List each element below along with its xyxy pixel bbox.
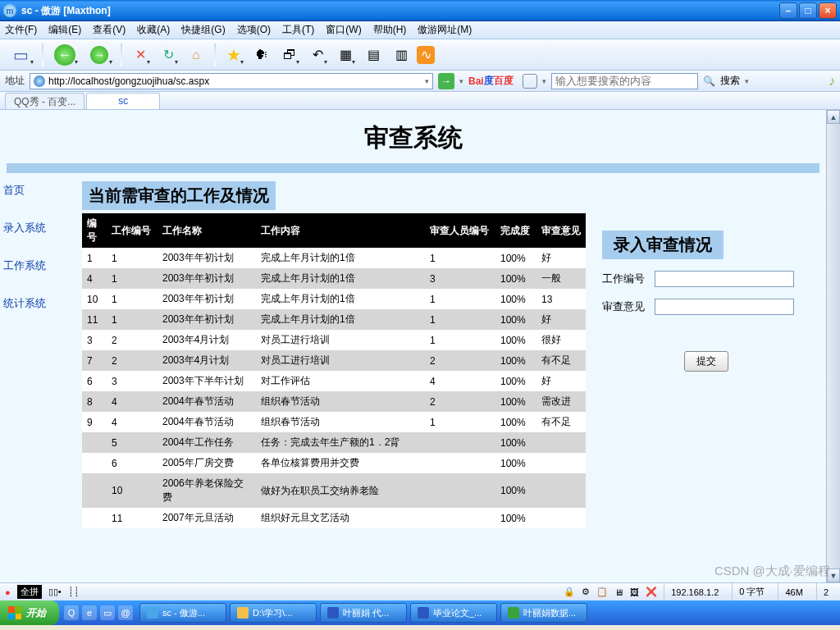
table-cell: 100% [495, 391, 536, 412]
scroll-up-icon[interactable]: ▲ [827, 110, 840, 124]
menu-window[interactable]: 窗口(W) [326, 23, 361, 37]
table-cell: 100% [495, 453, 536, 473]
status-icon[interactable]: 🖥 [614, 587, 623, 597]
menu-quickgroup[interactable]: 快捷组(G) [181, 23, 225, 37]
ime-indicator[interactable]: 全拼 [17, 585, 42, 599]
search-input[interactable] [551, 73, 698, 89]
go-dropdown[interactable]: ▾ [459, 77, 463, 85]
status-icon[interactable]: ⚙ [582, 587, 590, 597]
grid-button[interactable]: ▥ [389, 43, 413, 67]
scroll-down-icon[interactable]: ▼ [827, 568, 840, 582]
ql-mail-icon[interactable]: @ [118, 605, 133, 620]
table-cell [425, 508, 495, 528]
work-id-label: 工作编号 [602, 272, 655, 286]
home-button[interactable]: ⌂ [184, 43, 208, 67]
menu-tools[interactable]: 工具(T) [282, 23, 314, 37]
nav-entry[interactable]: 录入系统 [3, 221, 82, 235]
minimize-button[interactable]: － [779, 2, 797, 19]
table-cell: 2 [425, 391, 495, 412]
rss-button[interactable]: ∿ [417, 46, 435, 64]
table-cell [82, 432, 107, 453]
translate-button[interactable]: 🗣 [249, 43, 274, 67]
nav-work[interactable]: 工作系统 [3, 258, 82, 273]
table-cell: 100% [495, 508, 536, 528]
nav-home[interactable]: 首页 [3, 183, 82, 198]
table-cell: 有不足 [536, 412, 586, 432]
table-row: 632003年下半年计划对工作评估4100%好 [82, 371, 586, 391]
status-icon[interactable]: 🖼 [630, 587, 639, 597]
form-panel: 录入审查情况 工作编号 审查意见 提交 [586, 181, 826, 528]
menu-file[interactable]: 文件(F) [5, 23, 37, 37]
table-cell: 13 [536, 289, 586, 309]
table-row: 722003年4月计划对员工进行培训2100%有不足 [82, 350, 586, 371]
taskbar-button[interactable]: D:\学习\... [230, 603, 317, 623]
table-cell: 1 [425, 412, 495, 432]
globe-icon [34, 75, 45, 87]
table-cell: 11 [107, 508, 158, 528]
close-button[interactable]: × [819, 2, 837, 19]
list-button[interactable]: ▤ [361, 43, 386, 67]
search-icon[interactable]: 🔍 [703, 75, 715, 87]
refresh-button[interactable]: ↻▾ [156, 43, 180, 67]
popup-button[interactable]: 🗗▾ [277, 43, 302, 67]
forward-button[interactable]: →▾ [84, 43, 115, 67]
url-input[interactable]: http://localhost/gongzuojihua/sc.aspx ▾ [30, 73, 433, 89]
stop-button[interactable]: ✕▾ [128, 43, 153, 67]
go-button[interactable]: → [438, 73, 454, 89]
engine-dropdown[interactable]: ▾ [542, 77, 546, 85]
ql-ie-icon[interactable]: e [82, 605, 97, 620]
table-cell: 10 [82, 289, 107, 309]
taskbar-button[interactable]: 叶丽娟数据... [500, 603, 587, 623]
new-tab-button[interactable]: ▭▾ [5, 43, 36, 67]
table-cell: 100% [495, 289, 536, 309]
color-picker-icon[interactable] [523, 74, 537, 89]
nav-stats[interactable]: 统计系统 [3, 296, 82, 311]
table-row: 1112003年年初计划完成上年月计划的1倍1100%好 [82, 309, 586, 330]
baidu-logo[interactable]: Bai度百度 [468, 74, 518, 89]
submit-button[interactable]: 提交 [684, 351, 728, 372]
music-icon[interactable]: ♪ [829, 74, 835, 89]
start-button[interactable]: 开始 [0, 600, 59, 625]
taskbar-button[interactable]: sc - 傲游... [139, 603, 226, 623]
tab-qqshow[interactable]: QQ秀 - 百变... [5, 93, 84, 109]
work-id-input[interactable] [655, 271, 794, 287]
menu-favorites[interactable]: 收藏(A) [137, 23, 170, 37]
table-row: 1012003年年初计划完成上年月计划的1倍1100%13 [82, 289, 586, 309]
favorites-button[interactable]: ★▾ [221, 43, 246, 67]
toolbar: ▭▾ ←▾ →▾ ✕▾ ↻▾ ⌂ ★▾ 🗣 🗗▾ ↶▾ ▦▾ ▤ ▥ ∿ [0, 39, 840, 71]
record-icon: ● [5, 587, 11, 597]
table-cell: 任务：完成去年生产额的1．2背 [256, 432, 425, 453]
taskbar-button[interactable]: 叶丽娟 代... [320, 603, 407, 623]
table-cell [425, 453, 495, 473]
ql-desktop-icon[interactable]: ▭ [100, 605, 115, 620]
tab-sc[interactable]: sc [86, 93, 160, 109]
opinion-input[interactable] [655, 299, 794, 315]
vertical-scrollbar[interactable]: ▲ ▼ [826, 110, 840, 582]
status-icon[interactable]: ❌ [646, 587, 657, 597]
menu-help[interactable]: 帮助(H) [373, 23, 407, 37]
status-icon[interactable]: 📋 [596, 587, 608, 597]
opinion-label: 审查意见 [602, 299, 655, 314]
scroll-track[interactable] [827, 124, 840, 568]
table-cell: 4 [425, 371, 495, 391]
table-cell: 3 [82, 330, 107, 350]
table-cell: 3 [425, 268, 495, 289]
menu-view[interactable]: 查看(V) [93, 23, 126, 37]
search-button[interactable]: 搜索 [720, 74, 740, 88]
table-cell: 2006年养老保险交费 [158, 473, 256, 508]
table-row: 842004年春节活动组织春节活动2100%需改进 [82, 391, 586, 412]
back-button[interactable]: ←▾ [49, 43, 80, 67]
search-dropdown[interactable]: ▾ [745, 77, 749, 85]
window-title: sc - 傲游 [Maxthon] [21, 4, 779, 18]
undo-button[interactable]: ↶▾ [305, 43, 330, 67]
ql-qq-icon[interactable]: Q [64, 605, 79, 620]
menu-maxthon-sites[interactable]: 傲游网址(M) [418, 23, 472, 37]
table-row: 112003年年初计划完成上年月计划的1倍1100%好 [82, 248, 586, 268]
menu-edit[interactable]: 编辑(E) [48, 23, 81, 37]
taskbar-button[interactable]: 毕业论文_... [410, 603, 497, 623]
status-icon[interactable]: 🔒 [564, 587, 575, 597]
menu-options[interactable]: 选项(O) [237, 23, 271, 37]
panel-button[interactable]: ▦▾ [333, 43, 358, 67]
url-dropdown-icon[interactable]: ▾ [425, 77, 429, 85]
maximize-button[interactable]: □ [799, 2, 817, 19]
